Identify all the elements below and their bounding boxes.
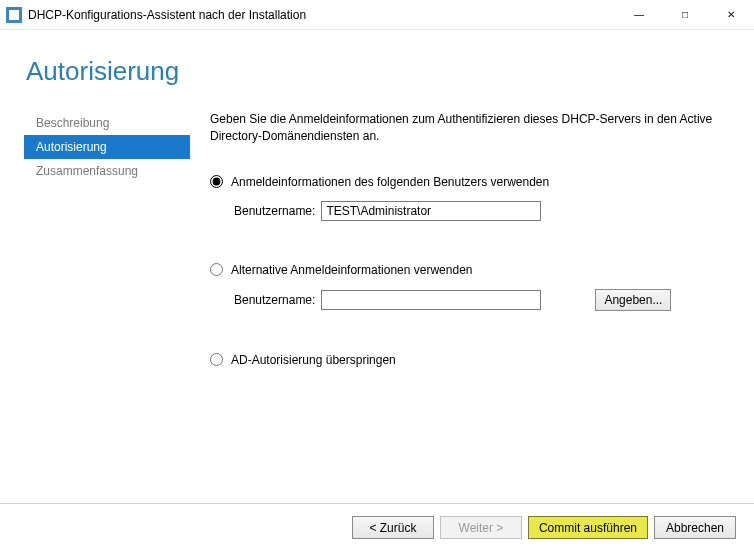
alternate-user-field-row: Benutzername: Angeben... [210,289,724,311]
username-label-1: Benutzername: [234,204,315,218]
radio-alternate-user[interactable] [210,263,223,276]
close-button[interactable]: ✕ [708,0,754,30]
minimize-button[interactable]: ― [616,0,662,30]
window-controls: ― □ ✕ [616,0,754,30]
back-button[interactable]: < Zurück [352,516,434,539]
radio-current-user-row[interactable]: Anmeldeinformationen des folgenden Benut… [210,175,724,189]
option-skip-authorization: AD-Autorisierung überspringen [210,353,724,367]
wizard-steps-sidebar: Beschreibung Autorisierung Zusammenfassu… [0,111,190,409]
radio-skip-label: AD-Autorisierung überspringen [231,353,396,367]
radio-current-user-label: Anmeldeinformationen des folgenden Benut… [231,175,549,189]
username-label-2: Benutzername: [234,293,315,307]
window-title: DHCP-Konfigurations-Assistent nach der I… [28,8,616,22]
page-title: Autorisierung [0,30,754,87]
option-current-user: Anmeldeinformationen des folgenden Benut… [210,175,724,221]
radio-skip-row[interactable]: AD-Autorisierung überspringen [210,353,724,367]
app-icon [6,7,22,23]
commit-button[interactable]: Commit ausführen [528,516,648,539]
wizard-button-row: < Zurück Weiter > Commit ausführen Abbre… [0,503,754,539]
cancel-button[interactable]: Abbrechen [654,516,736,539]
radio-alternate-user-label: Alternative Anmeldeinformationen verwend… [231,263,472,277]
sidebar-item-authorization[interactable]: Autorisierung [24,135,190,159]
maximize-button[interactable]: □ [662,0,708,30]
titlebar: DHCP-Konfigurations-Assistent nach der I… [0,0,754,30]
username-input-2[interactable] [321,290,541,310]
radio-skip[interactable] [210,353,223,366]
current-user-field-row: Benutzername: [210,201,724,221]
radio-alternate-user-row[interactable]: Alternative Anmeldeinformationen verwend… [210,263,724,277]
sidebar-item-description[interactable]: Beschreibung [26,111,190,135]
content-area: Beschreibung Autorisierung Zusammenfassu… [0,87,754,409]
sidebar-item-summary[interactable]: Zusammenfassung [26,159,190,183]
option-alternate-user: Alternative Anmeldeinformationen verwend… [210,263,724,311]
main-panel: Geben Sie die Anmeldeinformationen zum A… [190,111,754,409]
radio-current-user[interactable] [210,175,223,188]
next-button: Weiter > [440,516,522,539]
specify-button[interactable]: Angeben... [595,289,671,311]
username-input-1[interactable] [321,201,541,221]
instructions-text: Geben Sie die Anmeldeinformationen zum A… [210,111,724,145]
